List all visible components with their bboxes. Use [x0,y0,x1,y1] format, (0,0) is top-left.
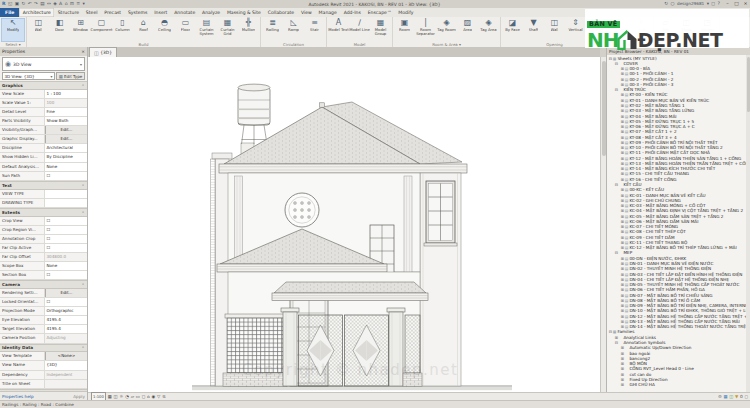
ribbon-button[interactable]: ◫ Wall [28,18,49,42]
tree-expander-icon[interactable]: ⊞ [620,382,625,387]
property-value[interactable] [45,190,87,198]
browser-scrollbar[interactable] [746,55,750,400]
ribbon-button[interactable]: ⌂ Roof [133,18,154,42]
qat-icon[interactable]: ◱ [8,0,12,8]
properties-help-link[interactable]: Properties help [2,394,34,399]
property-value[interactable]: Independent [45,371,87,379]
drawing-area[interactable]: Copyright © nhadep.net [88,57,600,392]
property-value[interactable] [45,199,87,207]
scrollbar-thumb[interactable] [747,57,750,112]
section-header-identity[interactable]: Identity Data＾ [0,344,87,353]
qat-icon[interactable]: ⊟ [70,0,74,8]
status-icon[interactable]: ◻ [744,393,748,400]
ribbon-button[interactable]: ∕ Model Line [349,18,370,42]
section-header-extents[interactable]: Extents＾ [0,208,87,217]
ribbon-tab[interactable]: Structure [54,8,82,17]
property-value[interactable]: None [45,163,87,171]
account-item[interactable]: ▾ [707,0,709,8]
tree-expander-icon[interactable]: ⊟ [614,340,619,345]
ribbon-button[interactable]: ▣ Room [394,18,415,42]
tree-expander-icon[interactable]: ⊞ [620,345,625,350]
property-value[interactable]: Edit... [45,289,87,297]
property-value[interactable]: 1 : 100 [45,90,87,98]
ribbon-tab[interactable]: Enscape™ [364,8,395,17]
qat-icon[interactable]: A [59,0,62,8]
account-item[interactable]: ↻ [664,0,668,8]
ribbon-button[interactable]: ▦ Curtain Grid [217,18,238,42]
view-control-icon[interactable]: ▽ [157,393,160,400]
property-value[interactable]: Edit... [45,126,87,134]
property-value[interactable]: {3D} [45,361,87,369]
ribbon-tab[interactable]: File [0,8,19,17]
ribbon-button[interactable]: ⇕ Vertical [565,18,586,42]
ribbon-button[interactable]: ≡ Stair [304,18,325,42]
status-icon[interactable]: ⚙ [718,393,722,400]
ribbon-button[interactable]: | Room Separator [415,18,436,42]
ribbon-button[interactable]: ▢ Component [91,18,112,42]
ribbon-tab[interactable]: Precast [101,8,125,17]
status-icon[interactable]: ◫ [729,393,733,400]
edit-type-button[interactable]: ▦ Edit Type [56,72,85,80]
view-control-icon[interactable]: ▭ [136,393,140,400]
property-value[interactable]: 304800.0 [45,253,87,261]
ribbon-tab[interactable]: Architecture [19,8,54,17]
tree-expander-icon[interactable]: ⊟ [614,182,619,187]
ribbon-button[interactable]: ↖ Modify [1,18,25,42]
ribbon-button[interactable]: ◈ Tag Area [478,18,499,42]
property-value[interactable]: None [45,262,87,270]
ribbon-button[interactable]: ◫ Wall [544,18,565,42]
ribbon-button[interactable]: ▨ Area [457,18,478,42]
ribbon-button[interactable]: ≣ Railing [262,18,283,42]
property-value[interactable]: ☐ [45,298,87,306]
ribbon-tab[interactable]: Manage [315,8,340,17]
view-control-icon[interactable]: ◻ [142,393,146,400]
qat-icon[interactable]: ◈ [53,0,57,8]
property-value[interactable] [45,380,87,388]
ribbon-tab[interactable]: Add-Ins [340,8,364,17]
section-header-camera[interactable]: Camera＾ [0,280,87,289]
window-control-button[interactable]: × [741,0,750,8]
tree-expander-icon[interactable]: ⊞ [620,372,625,377]
window-control-button[interactable]: – [723,0,732,8]
view-control-icon[interactable]: ▦ [108,393,112,400]
close-icon[interactable]: × [81,49,85,54]
ribbon-tab[interactable]: Collaborate [264,8,297,17]
ribbon-button[interactable]: ◈ Tag Room [436,18,457,42]
account-item[interactable]: ◻ [711,0,715,8]
ribbon-button[interactable]: ◓ Ceiling [154,18,175,42]
property-value[interactable]: Show Both [45,117,87,125]
ribbon-tab[interactable]: Systems [125,8,151,17]
view-control-icon[interactable]: ◫ [114,393,118,400]
ribbon-tab[interactable]: Massing & Site [224,8,265,17]
ribbon-button[interactable]: ▤ Curtain System [196,18,217,42]
qat-icon[interactable]: ↶ [28,0,32,8]
ribbon-tab[interactable]: Insert [151,8,171,17]
property-value[interactable]: Architectural [45,144,87,152]
ribbon-tab[interactable]: View [298,8,316,17]
view-control-icon[interactable]: ▱ [131,393,134,400]
tree-expander-icon[interactable]: ⊟ [614,61,619,66]
tree-expander-icon[interactable]: ⊞ [614,335,619,340]
property-value[interactable]: ☐ [45,271,87,279]
element-selector[interactable]: 3D View: {3D} ▾ [2,72,55,80]
ribbon-button[interactable]: ▦ Model Group [370,18,391,42]
account-item[interactable]: ? [718,0,720,8]
browser-tree-item[interactable]: ⊞ GHI CHÚ HA [607,382,750,387]
window-control-button[interactable]: □ [732,0,741,8]
apply-button[interactable]: Apply [73,394,85,399]
ribbon-button[interactable]: ╬ Mullion [238,18,259,42]
view-control-icon[interactable]: ≋ [162,393,166,400]
qat-icon[interactable]: ≡ [76,0,80,8]
tree-expander-icon[interactable]: ⊞ [620,377,625,382]
ribbon-tab[interactable]: Modify [395,8,417,17]
tree-expander-icon[interactable]: ⊞ [620,351,625,356]
property-value[interactable]: Edit... [45,135,87,143]
tree-expander-icon[interactable]: ⊟ [614,87,619,92]
ribbon-button[interactable]: ◺ Ramp [283,18,304,42]
property-value[interactable]: Orthographic [45,307,87,315]
view-control-icon[interactable]: ◔ [125,393,129,400]
property-value[interactable]: ☐ [45,235,87,243]
view-control-icon[interactable]: ⌂ [147,393,150,400]
ribbon-button[interactable]: ▯ Column [112,18,133,42]
view-control-icon[interactable]: ☼ [119,393,123,400]
